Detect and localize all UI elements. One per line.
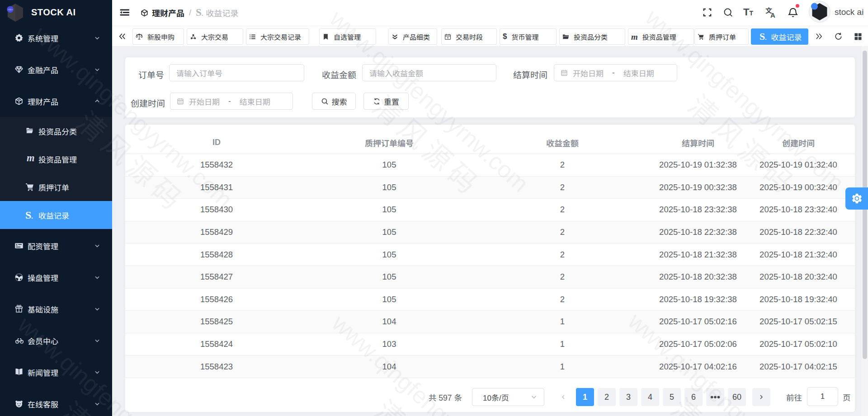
svg-text:A: A: [770, 11, 775, 19]
svg-text:m: m: [27, 154, 35, 164]
svg-text:<B>: <B>: [8, 8, 13, 11]
